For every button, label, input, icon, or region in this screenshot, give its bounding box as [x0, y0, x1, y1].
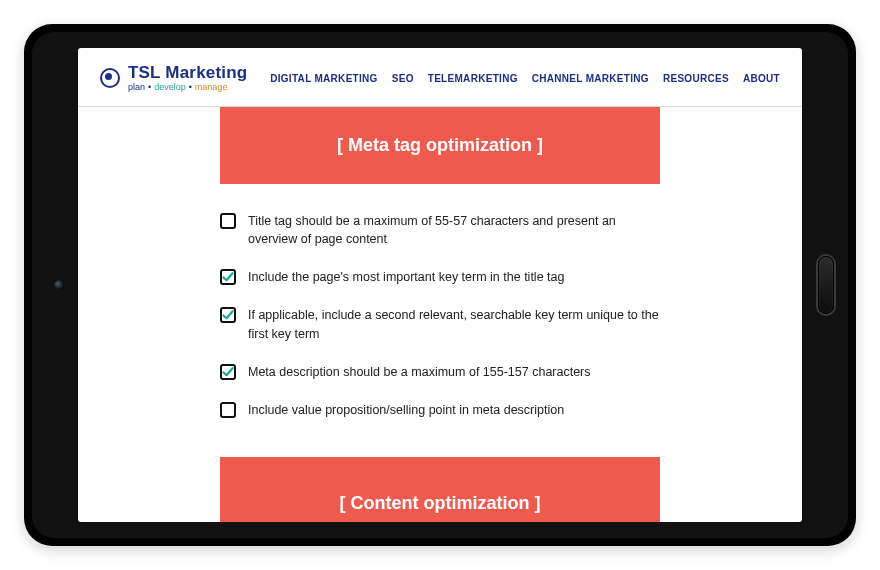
logo-tagline: plan•develop•manage: [128, 83, 247, 92]
nav-digital-marketing[interactable]: DIGITAL MARKETING: [270, 73, 378, 84]
checklist-item: Include value proposition/selling point …: [220, 401, 660, 419]
logo-text: TSL Marketing plan•develop•manage: [128, 64, 247, 92]
main-nav: DIGITAL MARKETING SEO TELEMARKETING CHAN…: [270, 73, 780, 84]
tablet-frame: TSL Marketing plan•develop•manage DIGITA…: [24, 24, 856, 546]
checkmark-icon: [222, 271, 234, 283]
home-button[interactable]: [818, 256, 834, 314]
checkbox[interactable]: [220, 402, 236, 418]
logo-title: TSL Marketing: [128, 64, 247, 81]
camera-icon: [54, 280, 64, 290]
checkbox[interactable]: [220, 307, 236, 323]
site-header: TSL Marketing plan•develop•manage DIGITA…: [78, 48, 802, 107]
checklist-item: Title tag should be a maximum of 55-57 c…: [220, 212, 660, 248]
screen: TSL Marketing plan•develop•manage DIGITA…: [78, 48, 802, 522]
nav-telemarketing[interactable]: TELEMARKETING: [428, 73, 518, 84]
section-banner-meta-tag: [ Meta tag optimization ]: [220, 107, 660, 184]
checklist-label: Title tag should be a maximum of 55-57 c…: [248, 212, 660, 248]
checkmark-icon: [222, 309, 234, 321]
checklist-label: Include value proposition/selling point …: [248, 401, 564, 419]
checkbox[interactable]: [220, 213, 236, 229]
nav-resources[interactable]: RESOURCES: [663, 73, 729, 84]
checklist-label: If applicable, include a second relevant…: [248, 306, 660, 342]
checklist-item: If applicable, include a second relevant…: [220, 306, 660, 342]
checkbox[interactable]: [220, 364, 236, 380]
checkbox[interactable]: [220, 269, 236, 285]
logo-icon: [100, 68, 120, 88]
checklist-item: Include the page's most important key te…: [220, 268, 660, 286]
checklist-label: Meta description should be a maximum of …: [248, 363, 591, 381]
page-content: [ Meta tag optimization ] Title tag shou…: [78, 107, 802, 522]
checklist-item: Meta description should be a maximum of …: [220, 363, 660, 381]
checklist-label: Include the page's most important key te…: [248, 268, 564, 286]
checkmark-icon: [222, 366, 234, 378]
nav-channel-marketing[interactable]: CHANNEL MARKETING: [532, 73, 649, 84]
section-banner-content-opt: [ Content optimization ]: [220, 457, 660, 522]
checklist-meta-tag: Title tag should be a maximum of 55-57 c…: [220, 212, 660, 419]
nav-about[interactable]: ABOUT: [743, 73, 780, 84]
site-logo[interactable]: TSL Marketing plan•develop•manage: [100, 64, 247, 92]
nav-seo[interactable]: SEO: [392, 73, 414, 84]
tablet-bezel: TSL Marketing plan•develop•manage DIGITA…: [32, 32, 848, 538]
